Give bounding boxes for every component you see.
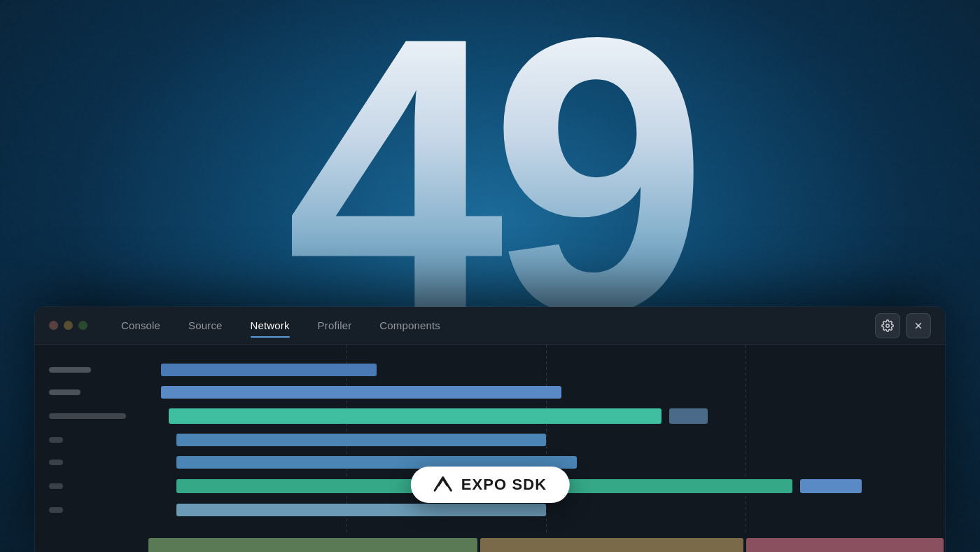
row-track — [161, 359, 931, 381]
bottom-blocks — [147, 534, 945, 552]
expo-logo — [433, 475, 453, 495]
network-content — [35, 345, 945, 535]
row-track — [161, 403, 931, 429]
close-icon — [913, 321, 923, 331]
row-label — [49, 483, 161, 489]
bottom-block — [480, 538, 743, 552]
traffic-light-minimize[interactable] — [64, 321, 73, 330]
bottom-block — [746, 538, 944, 552]
label-bar — [49, 367, 91, 373]
traffic-light-maximize[interactable] — [78, 321, 88, 330]
row-label — [49, 437, 161, 443]
svg-point-0 — [886, 324, 890, 327]
network-bar — [176, 434, 546, 446]
label-bar — [49, 460, 63, 465]
tab-components[interactable]: Components — [367, 314, 453, 337]
row-label — [49, 367, 161, 373]
network-bar-blue — [800, 479, 862, 493]
tab-source[interactable]: Source — [176, 314, 234, 337]
tab-network[interactable]: Network — [238, 314, 302, 337]
gear-icon — [881, 319, 894, 332]
network-bar — [176, 504, 546, 516]
traffic-light-close[interactable] — [49, 321, 58, 330]
expo-badge: EXPO SDK — [411, 467, 570, 503]
nav-tabs: Console Source Network Profiler Componen… — [108, 314, 875, 337]
network-row — [35, 381, 945, 403]
label-bar — [49, 507, 63, 513]
close-button[interactable] — [906, 313, 931, 338]
expo-logo-icon — [433, 475, 453, 495]
bottom-block — [148, 538, 477, 552]
row-label — [49, 413, 161, 419]
network-bar-teal — [169, 408, 662, 424]
traffic-lights — [49, 321, 88, 330]
network-row — [35, 429, 945, 451]
titlebar: Console Source Network Profiler Componen… — [35, 307, 945, 345]
row-track — [161, 429, 931, 451]
network-bar-accent — [669, 408, 708, 424]
network-bar — [161, 386, 561, 399]
network-row — [35, 403, 945, 429]
settings-button[interactable] — [875, 313, 900, 338]
label-bar — [49, 483, 63, 489]
row-label — [49, 460, 161, 465]
row-label — [49, 507, 161, 513]
devtools-window: Console Source Network Profiler Componen… — [35, 307, 945, 552]
tab-profiler[interactable]: Profiler — [305, 314, 365, 337]
label-bar — [49, 389, 80, 395]
row-label — [49, 389, 161, 395]
expo-badge-text: EXPO SDK — [461, 476, 547, 494]
label-bar — [49, 413, 126, 419]
network-bar — [161, 364, 377, 376]
tab-console[interactable]: Console — [108, 314, 173, 337]
network-row — [35, 359, 945, 381]
row-track — [161, 381, 931, 403]
label-bar — [49, 437, 63, 443]
titlebar-actions — [875, 313, 931, 338]
